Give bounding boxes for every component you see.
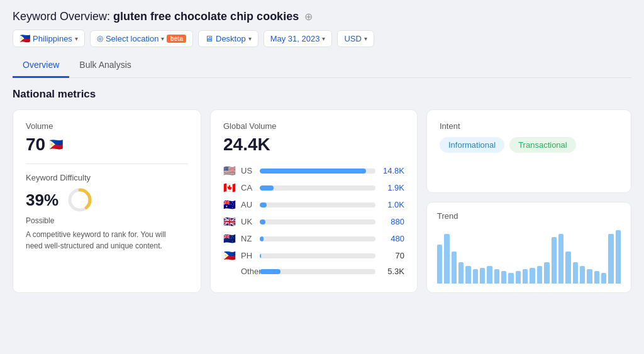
tab-bulk-analysis[interactable]: Bulk Analysis [69, 55, 141, 78]
currency-selector[interactable]: USD ▾ [337, 30, 374, 47]
currency-label: USD [344, 34, 361, 43]
location-selector[interactable]: ◎ Select location ▾ beta [90, 30, 193, 47]
country-list: 🇺🇸US14.8K🇨🇦CA1.9K🇦🇺AU1.0K🇬🇧UK880🇳🇿NZ480🇵… [223, 165, 404, 276]
volume-flag: 🇵🇭 [49, 138, 63, 152]
country-value: 5.3K [380, 267, 404, 276]
trend-bar [616, 230, 621, 284]
country-value[interactable]: 880 [380, 217, 404, 226]
volume-label: Volume [26, 121, 188, 131]
country-row: Other5.3K [223, 267, 404, 276]
bar-track [260, 236, 375, 241]
trend-bar [508, 273, 513, 284]
country-row: 🇦🇺AU1.0K [223, 199, 404, 211]
country-row: 🇵🇭PH70 [223, 250, 404, 262]
toolbar: 🇵🇭 Philippines ▾ ◎ Select location ▾ bet… [13, 30, 631, 47]
volume-value: 70 🇵🇭 [26, 135, 188, 155]
trend-bar [558, 234, 564, 284]
trend-bar [552, 237, 557, 284]
country-row: 🇬🇧UK880 [223, 216, 404, 228]
country-flag-icon: 🇵🇭 [223, 250, 236, 262]
header-section: Keyword Overview: gluten free chocolate … [13, 10, 631, 78]
location-icon: ◎ [97, 34, 103, 43]
bar-track [260, 269, 375, 274]
trend-label: Trend [437, 211, 621, 221]
country-value: 70 [380, 251, 404, 260]
trend-bar [523, 269, 528, 284]
intent-badge-informational: Informational [440, 137, 504, 153]
date-label: May 31, 2023 [270, 34, 320, 43]
trend-bar [530, 268, 535, 284]
right-cards: Intent Informational Transactional Trend [426, 109, 631, 293]
trend-bar [452, 252, 457, 284]
country-flag: 🇵🇭 [19, 33, 30, 43]
country-code: Other [241, 267, 255, 276]
location-label: Select location [106, 34, 159, 43]
title-prefix: Keyword Overview: [13, 10, 110, 23]
trend-bar [580, 266, 585, 284]
global-volume-value: 24.4K [223, 135, 404, 155]
add-icon[interactable]: ⊕ [304, 11, 313, 22]
country-flag-icon: 🇳🇿 [223, 233, 236, 245]
trend-bar [537, 266, 542, 284]
trend-bar [458, 262, 464, 284]
global-volume-label: Global Volume [223, 121, 404, 131]
bar-fill [260, 269, 280, 274]
bar-track [260, 202, 375, 207]
tab-overview[interactable]: Overview [13, 55, 69, 78]
country-code: US [241, 166, 255, 175]
date-chevron-icon: ▾ [322, 35, 325, 42]
device-chevron-icon: ▾ [248, 35, 252, 42]
country-code: NZ [241, 234, 255, 243]
cards-row: Volume 70 🇵🇭 Keyword Difficulty 39% [13, 109, 631, 293]
trend-bar [480, 268, 485, 284]
currency-chevron-icon: ▾ [364, 35, 367, 42]
country-value[interactable]: 14.8K [380, 166, 404, 175]
trend-bar [601, 273, 606, 284]
country-flag-icon: 🇺🇸 [223, 165, 236, 177]
country-code: AU [241, 200, 255, 209]
country-label: Philippines [33, 34, 72, 43]
trend-bar [444, 234, 449, 284]
bar-track [260, 253, 375, 258]
bar-track [260, 185, 375, 191]
intent-label: Intent [440, 121, 618, 131]
global-volume-card: Global Volume 24.4K 🇺🇸US14.8K🇨🇦CA1.9K🇦🇺A… [210, 109, 418, 293]
country-code: UK [241, 217, 255, 226]
difficulty-value-row: 39% [26, 186, 188, 214]
trend-bar [501, 271, 506, 284]
volume-card: Volume 70 🇵🇭 Keyword Difficulty 39% [13, 109, 201, 293]
section-title: National metrics [13, 88, 631, 101]
location-chevron-icon: ▾ [161, 35, 164, 42]
bar-track [260, 219, 375, 224]
national-metrics-section: National metrics Volume 70 🇵🇭 Keyword Di… [13, 88, 631, 293]
bar-fill [260, 169, 366, 174]
keyword-text: gluten free chocolate chip cookies [113, 10, 299, 23]
device-label: Desktop [216, 34, 246, 43]
trend-bar [594, 271, 599, 284]
date-selector[interactable]: May 31, 2023 ▾ [264, 30, 333, 47]
country-value[interactable]: 480 [380, 234, 404, 243]
page-wrapper: Keyword Overview: gluten free chocolate … [0, 0, 644, 303]
trend-bar [465, 266, 470, 284]
trend-bars [437, 227, 621, 284]
country-flag-icon: 🇨🇦 [223, 182, 236, 194]
country-row: 🇳🇿NZ480 [223, 233, 404, 245]
bar-fill [260, 202, 267, 207]
country-flag-icon: 🇬🇧 [223, 216, 236, 228]
trend-bar [544, 262, 549, 284]
country-selector[interactable]: 🇵🇭 Philippines ▾ [13, 30, 85, 47]
country-code: PH [241, 251, 255, 260]
divider [26, 163, 188, 164]
country-value[interactable]: 1.0K [380, 200, 404, 209]
trend-bar [565, 252, 570, 284]
country-value[interactable]: 1.9K [380, 183, 404, 192]
trend-bar [608, 234, 613, 284]
volume-number: 70 [26, 135, 45, 155]
country-flag-icon: 🇦🇺 [223, 199, 236, 211]
device-selector[interactable]: 🖥 Desktop ▾ [198, 30, 258, 47]
intent-card: Intent Informational Transactional [426, 109, 631, 193]
trend-bar [437, 245, 442, 284]
country-row: 🇨🇦CA1.9K [223, 182, 404, 194]
bar-track [260, 169, 375, 174]
bar-fill [260, 185, 274, 191]
